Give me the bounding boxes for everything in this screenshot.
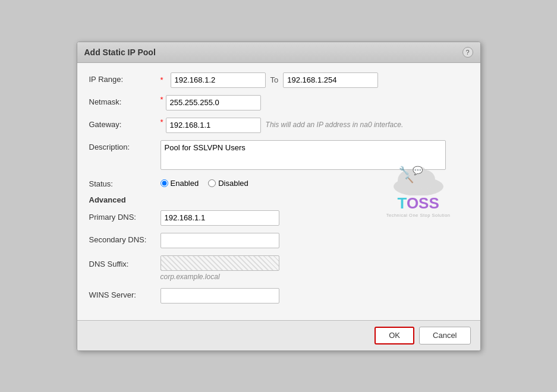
wins-server-input[interactable] <box>161 288 279 304</box>
dns-suffix-hint: corp.example.local <box>161 273 220 281</box>
netmask-input[interactable] <box>166 95 261 110</box>
status-disabled-option[interactable]: Disabled <box>208 179 248 188</box>
dialog-footer: OK Cancel <box>77 320 480 350</box>
gateway-row: Gateway: * This will add an IP address i… <box>89 118 468 133</box>
description-textarea[interactable]: Pool for SSLVPN Users <box>161 140 446 170</box>
help-icon[interactable]: ? <box>462 47 473 58</box>
dns-suffix-row: DNS Suffix: corp.example.local <box>89 255 468 281</box>
advanced-section-label: Advanced <box>89 195 468 204</box>
to-label: To <box>270 75 279 84</box>
required-star: * <box>161 75 163 84</box>
dialog-title: Add Static IP Pool <box>84 48 156 57</box>
status-disabled-label: Disabled <box>218 179 248 188</box>
netmask-row: Netmask: * <box>89 95 468 110</box>
description-row: Description: Pool for SSLVPN Users <box>89 140 468 170</box>
netmask-label: Netmask: <box>89 95 161 106</box>
gateway-label: Gateway: <box>89 118 161 129</box>
cancel-button[interactable]: Cancel <box>419 327 470 344</box>
ok-button[interactable]: OK <box>375 327 414 344</box>
status-label: Status: <box>89 177 161 188</box>
primary-dns-row: Primary DNS: 🔧 💬 <box>89 210 468 226</box>
secondary-dns-row: Secondary DNS: <box>89 233 468 248</box>
dns-suffix-input[interactable] <box>161 255 279 271</box>
ip-range-start-input[interactable] <box>171 72 266 88</box>
ip-range-label: IP Range: <box>89 72 161 84</box>
status-radio-group: Enabled Disabled <box>161 177 248 188</box>
status-enabled-label: Enabled <box>171 179 199 188</box>
ip-range-group: * To <box>161 72 379 88</box>
primary-dns-input[interactable] <box>161 210 279 226</box>
ip-range-row: IP Range: * To <box>89 72 468 88</box>
primary-dns-label: Primary DNS: <box>89 210 161 222</box>
gateway-input[interactable] <box>166 118 261 133</box>
status-enabled-radio[interactable] <box>161 179 168 187</box>
dialog-header: Add Static IP Pool ? <box>77 42 480 63</box>
secondary-dns-input[interactable] <box>161 233 279 248</box>
secondary-dns-label: Secondary DNS: <box>89 233 161 244</box>
required-star-gateway: * <box>161 118 163 127</box>
gateway-hint: This will add an IP address in na0 inter… <box>266 118 404 129</box>
ip-range-end-input[interactable] <box>283 72 378 88</box>
dialog: Add Static IP Pool ? IP Range: * To Netm… <box>77 42 481 351</box>
description-label: Description: <box>89 140 161 151</box>
dialog-body: IP Range: * To Netmask: * Gateway: * <box>77 63 480 320</box>
status-row: Status: Enabled Disabled <box>89 177 468 188</box>
status-disabled-radio[interactable] <box>208 179 216 187</box>
toss-watermark: 🔧 💬 🔨 TOSS Technical One Stop Solution <box>386 163 451 218</box>
status-enabled-option[interactable]: Enabled <box>161 179 199 188</box>
required-star-netmask: * <box>161 95 163 104</box>
wins-server-label: WINS Server: <box>89 288 161 299</box>
toss-subtitle: Technical One Stop Solution <box>386 213 451 218</box>
wins-server-row: WINS Server: <box>89 288 468 304</box>
dns-suffix-label: DNS Suffix: <box>89 257 161 268</box>
